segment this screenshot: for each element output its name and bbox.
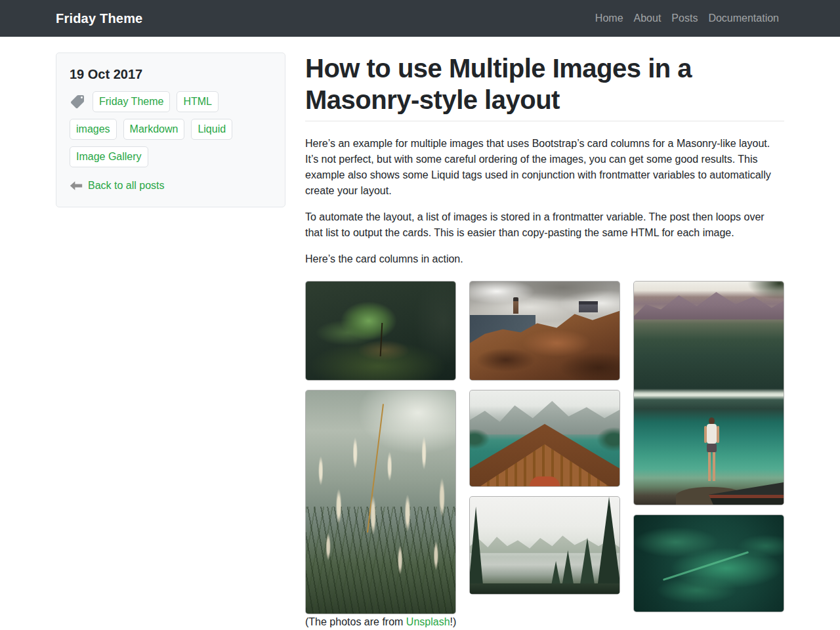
article-paragraph-2: To automate the layout, a list of images…	[305, 209, 784, 241]
nav-menu: Home About Posts Documentation	[590, 7, 784, 30]
page-title: How to use Multiple Images in a Masonry-…	[305, 52, 784, 116]
arrow-left-icon	[70, 180, 83, 191]
nav-link-about[interactable]: About	[629, 7, 667, 30]
photo-card-rocky-coast-lighthouse	[469, 281, 620, 381]
boat-on-lake-photo	[470, 390, 620, 486]
photo-card-boat-on-lake	[469, 390, 620, 487]
article-paragraph-1: Here’s an example for multiple images th…	[305, 136, 784, 199]
gallery-column-1	[305, 281, 456, 614]
tag-liquid[interactable]: Liquid	[191, 119, 232, 140]
article: How to use Multiple Images in a Masonry-…	[295, 52, 794, 630]
back-row: Back to all posts	[70, 178, 272, 194]
tag-image-gallery[interactable]: Image Gallery	[70, 146, 148, 167]
photo-card-fern-leaves	[633, 514, 784, 612]
foxtail-grass-photo	[306, 390, 455, 614]
photo-card-forest-sapling	[305, 281, 456, 381]
tag-friday-theme[interactable]: Friday Theme	[93, 91, 170, 112]
article-paragraph-3: Here’s the card columns in action.	[305, 251, 784, 267]
tag-markdown[interactable]: Markdown	[123, 119, 185, 140]
brand-link[interactable]: Friday Theme	[56, 11, 142, 26]
tag-icon	[70, 94, 85, 110]
forest-sapling-photo	[306, 282, 455, 380]
tag-images[interactable]: images	[70, 119, 117, 140]
post-meta-card: 19 Oct 2017 Friday Theme HTML images Mar…	[56, 52, 285, 207]
navbar: Friday Theme Home About Posts Documentat…	[0, 0, 840, 37]
fern-leaves-photo	[634, 515, 784, 612]
page-container: 19 Oct 2017 Friday Theme HTML images Mar…	[46, 37, 794, 630]
credit-text-prefix: (The photos are from	[305, 616, 406, 627]
photo-card-mountain-lake-girl	[633, 281, 784, 505]
image-gallery	[305, 281, 784, 614]
unsplash-link[interactable]: Unsplash	[406, 616, 450, 627]
nav-link-posts[interactable]: Posts	[666, 7, 703, 30]
credit-text-suffix: !)	[450, 616, 457, 627]
photo-credit: (The photos are from Unsplash!)	[305, 614, 784, 630]
photo-card-foxtail-grass	[305, 390, 456, 614]
mountain-lake-girl-photo	[634, 282, 784, 505]
back-to-posts-link[interactable]: Back to all posts	[88, 178, 165, 194]
rocky-coast-photo	[470, 282, 620, 380]
photo-card-foggy-lake-forest	[469, 496, 620, 595]
gallery-column-3	[633, 281, 784, 614]
title-divider	[305, 121, 784, 121]
nav-link-home[interactable]: Home	[590, 7, 629, 30]
tag-list: Friday Theme HTML images Markdown Liquid…	[70, 91, 272, 167]
tag-html[interactable]: HTML	[177, 91, 219, 112]
post-date: 19 Oct 2017	[70, 66, 272, 82]
foggy-lake-photo	[470, 497, 620, 594]
gallery-column-2	[469, 281, 620, 614]
nav-link-documentation[interactable]: Documentation	[703, 7, 784, 30]
sidebar: 19 Oct 2017 Friday Theme HTML images Mar…	[46, 52, 295, 207]
